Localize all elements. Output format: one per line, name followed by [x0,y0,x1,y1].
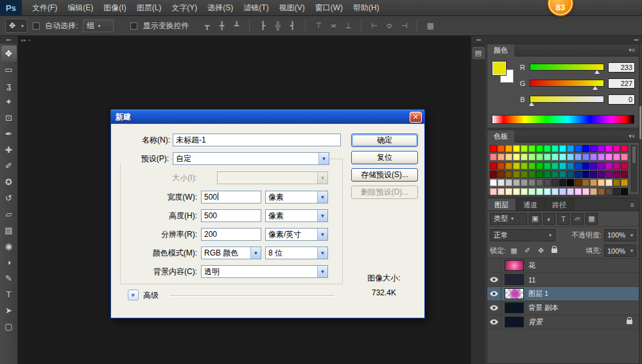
color-swatch[interactable] [559,145,566,152]
layer-row[interactable]: 背景 [487,315,639,329]
color-swatch[interactable] [582,171,589,178]
color-swatch[interactable] [528,153,535,160]
layer-row[interactable]: 11 [487,273,639,287]
dock-collapse-arrows[interactable]: ◂◂ [485,36,642,44]
color-swatch[interactable] [505,171,512,178]
color-swatch[interactable] [490,179,497,186]
align-top-icon[interactable]: ⊤ [312,20,325,31]
slider-handle[interactable] [593,86,598,90]
collapsed-panel-icon[interactable]: ▤ [473,47,485,59]
ok-button[interactable]: 确定 [351,134,418,147]
color-swatch[interactable] [551,179,559,186]
color-swatch[interactable] [621,188,628,195]
color-swatch[interactable] [521,145,528,152]
layers-panel-menu-icon[interactable]: ≡ [630,198,639,211]
width-input[interactable]: 500 [201,191,261,204]
tab-paths[interactable]: 路径 [545,198,574,211]
name-input[interactable]: 未标题-1 [173,134,341,146]
resolution-unit-select[interactable]: 像素/英寸 ▼ [265,228,328,241]
color-swatch[interactable] [575,179,582,186]
layer-row[interactable]: 背景 副本 [487,301,639,315]
color-swatch[interactable] [498,188,505,195]
tab-swatches[interactable]: 色板 [487,130,514,143]
color-swatch[interactable] [590,179,597,186]
menu-layer[interactable]: 图层(L) [132,0,167,16]
align-right-icon[interactable]: ⊣ [397,20,410,31]
layer-row[interactable]: 花 [487,259,639,273]
color-swatch[interactable] [621,179,628,186]
color-swatch[interactable] [621,145,628,152]
color-swatch[interactable] [582,162,589,169]
color-swatch[interactable] [575,188,582,195]
eye-icon[interactable] [487,273,501,287]
pen-tool[interactable]: ✎ [1,270,17,286]
menu-select[interactable]: 选择(S) [202,0,238,16]
marquee-tool[interactable]: ▭ [1,62,17,78]
crop-tool[interactable]: ⊡ [1,110,17,126]
channel-slider-r[interactable] [530,64,604,71]
color-swatch[interactable] [536,145,543,152]
color-swatch[interactable] [513,145,520,152]
resolution-input[interactable]: 200 [201,228,261,241]
color-swatch[interactable] [505,153,512,160]
color-swatch[interactable] [498,145,505,152]
color-swatch[interactable] [613,162,620,169]
color-swatch[interactable] [621,162,628,169]
path-selection-tool[interactable]: ➤ [1,302,17,318]
color-swatch[interactable] [605,153,612,160]
save-preset-button[interactable]: 存储预设(S)... [351,168,418,182]
color-swatch[interactable] [551,153,559,160]
color-swatch[interactable] [551,145,559,152]
scrollbar-thumb[interactable] [632,146,636,163]
swatches-scrollbar[interactable] [631,145,637,192]
distribute-left-icon[interactable]: ┣ [256,20,269,31]
color-swatch[interactable] [536,188,543,195]
layer-name[interactable]: 花 [528,261,535,270]
close-icon[interactable]: ✕ [410,112,422,123]
color-swatch[interactable] [521,179,528,186]
lasso-tool[interactable]: ʓ [1,78,17,94]
foreground-color-swatch[interactable] [492,62,506,75]
color-swatch[interactable] [490,162,497,169]
color-swatch[interactable] [590,188,597,195]
color-swatch[interactable] [605,188,612,195]
color-swatch[interactable] [551,162,559,169]
color-swatch[interactable] [498,171,505,178]
eye-toggle-empty[interactable] [487,259,501,273]
color-swatch[interactable] [590,162,597,169]
align-left-icon[interactable]: ⊢ [368,20,381,31]
color-swatch[interactable] [575,171,582,178]
blend-mode-dropdown[interactable]: 正常 ▾ [490,229,555,241]
tool-preset-picker[interactable]: ✥ ▾ [5,19,28,33]
menu-view[interactable]: 视图(V) [274,0,310,16]
color-swatch[interactable] [505,179,512,186]
color-swatch[interactable] [505,162,512,169]
color-swatch[interactable] [582,188,589,195]
color-swatch[interactable] [613,188,620,195]
color-swatch[interactable] [513,171,520,178]
channel-value-r[interactable]: 233 [608,62,635,73]
dock-scrollbar[interactable] [639,106,641,139]
reset-button[interactable]: 复位 [351,151,418,164]
eye-icon[interactable] [487,315,501,329]
color-swatch[interactable] [528,188,535,195]
menu-window[interactable]: 窗口(W) [310,0,348,16]
color-swatch[interactable] [567,153,574,160]
dock-expand-arrows[interactable]: ◂◂ [471,36,485,44]
filter-pixel-layers-icon[interactable]: ▣ [529,213,541,225]
color-swatch[interactable] [498,153,505,160]
color-swatch[interactable] [490,153,497,160]
layer-row[interactable]: 图层 1 [487,287,639,301]
color-swatch[interactable] [567,162,574,169]
menu-image[interactable]: 图像(I) [98,0,131,16]
channel-value-b[interactable]: 0 [608,94,635,105]
color-swatch[interactable] [536,171,543,178]
menu-file[interactable]: 文件(F) [27,0,62,16]
color-swatch[interactable] [598,179,605,186]
color-swatch[interactable] [528,171,535,178]
color-mode-select[interactable]: RGB 颜色 ▼ [201,247,261,259]
preset-select[interactable]: 自定 ▼ [173,152,329,165]
menu-help[interactable]: 帮助(H) [348,0,385,16]
color-swatch[interactable] [536,162,543,169]
color-swatch[interactable] [605,145,612,152]
